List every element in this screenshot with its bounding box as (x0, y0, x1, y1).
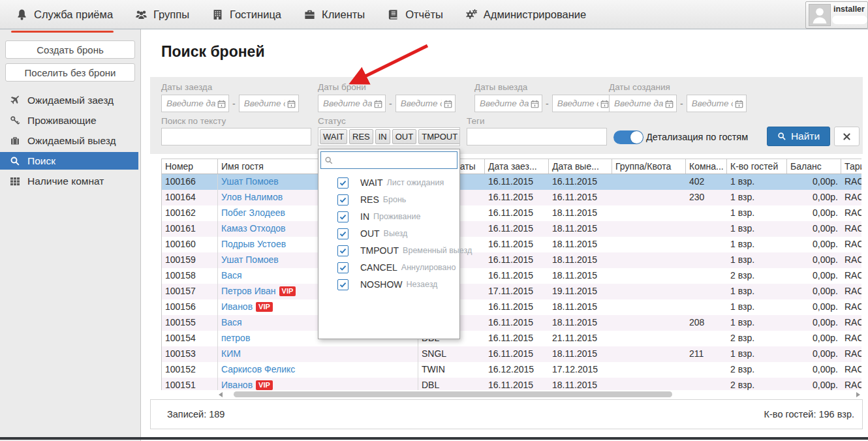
column-header-tariff[interactable]: Тариф (841, 159, 861, 174)
table-row[interactable]: 100161Камаз Отходов16.11.201518.11.20151… (162, 221, 861, 237)
table-row[interactable]: 100160Подрыв Устоев16.11.201518.11.20151… (162, 237, 861, 252)
column-header-guest-count[interactable]: К-во гостей (727, 159, 787, 174)
guest-link[interactable]: Камаз Отходов (221, 223, 286, 234)
date-from-input[interactable]: Введите дату (474, 95, 542, 112)
scroll-left-arrow[interactable] (219, 392, 223, 397)
guest-link[interactable]: Улов Налимов (221, 192, 283, 202)
toggle-knob (630, 131, 643, 144)
status-chip-res[interactable]: RES (349, 129, 373, 144)
scrollbar-thumb[interactable] (234, 391, 672, 397)
checkbox-checked[interactable] (337, 194, 349, 205)
guest-link[interactable]: Ушат Помоев (221, 176, 279, 187)
tab-reports[interactable]: Отчёты (387, 8, 443, 21)
cell-departure-date: 18.11.2015 (549, 378, 612, 390)
guest-link[interactable]: Ушат Помоев (221, 254, 279, 265)
table-row[interactable]: 100166Ушат Помоев16.11.201516.11.2015402… (162, 174, 861, 190)
status-option-tmpout[interactable]: TMPOUTВременный выезд (318, 242, 459, 259)
table-row[interactable]: 100155Вася16.11.201518.11.20152081 взр.0… (162, 315, 861, 331)
status-chip-tmpout[interactable]: TMPOUT (418, 129, 460, 144)
tags-input[interactable] (467, 128, 607, 145)
cell-group-quota (612, 284, 686, 299)
column-header-number[interactable]: Номер (162, 159, 218, 174)
table-row[interactable]: 100153КИМSNGL16.11.201518.11.20152111 вз… (162, 346, 861, 362)
date-to-input[interactable]: Введите дату (395, 95, 456, 112)
guest-link[interactable]: Вася (221, 270, 242, 281)
column-header-departure-date[interactable]: Дата вые... (549, 159, 612, 174)
status-option-out[interactable]: OUTВыезд (318, 225, 459, 242)
cell-tariff: RACK (841, 205, 861, 221)
checkbox-checked[interactable] (337, 228, 349, 239)
create-booking-button[interactable]: Создать бронь (5, 40, 135, 59)
status-option-res[interactable]: RESБронь (318, 191, 459, 208)
status-code: CANCEL (360, 262, 397, 273)
status-chip-wait[interactable]: WAIT (320, 129, 347, 144)
guest-link[interactable]: Иванов (221, 380, 253, 390)
horizontal-scrollbar[interactable] (217, 390, 861, 399)
text-search-input[interactable] (161, 128, 311, 145)
checkbox-checked[interactable] (337, 262, 349, 273)
dropdown-search-input[interactable] (333, 152, 457, 168)
guest-link[interactable]: Подрыв Устоев (221, 239, 286, 249)
status-option-wait[interactable]: WAITЛист ожидания (318, 174, 459, 191)
guest-link[interactable]: Побег Злодеев (221, 207, 285, 218)
status-option-cancel[interactable]: CANCELАннулировано (318, 259, 459, 276)
sidebar-item-residents[interactable]: Проживающие (0, 110, 140, 130)
sidebar-item-search[interactable]: Поиск (0, 152, 138, 170)
date-group-label: Даты брони (318, 82, 456, 92)
table-row[interactable]: 100151ИвановVIPDBL16.11.201518.11.20152 … (162, 378, 861, 390)
checkbox-checked[interactable] (337, 245, 349, 256)
date-to-input[interactable]: Введите дату (552, 95, 612, 112)
sidebar-item-expected-arrival[interactable]: Ожидаемый заезд (0, 90, 140, 110)
tab-reception[interactable]: Служба приёма (16, 8, 113, 21)
column-header-group-quota[interactable]: Группа/Квота (612, 159, 686, 174)
date-to-input[interactable]: Введите дату (687, 95, 747, 112)
guest-link[interactable]: петров (221, 333, 250, 343)
table-row[interactable]: 100162Побег Злодеев16.11.201518.11.20151… (162, 205, 861, 221)
table-row[interactable]: 100154петровDBL16.11.201521.11.20152 взр… (162, 331, 861, 346)
cell-balance: 0,00р. (787, 252, 841, 268)
date-from-input[interactable]: Введите дату (609, 95, 677, 112)
guest-link[interactable]: Иванов (221, 301, 253, 312)
guest-link[interactable]: Вася (221, 317, 242, 327)
table-row[interactable]: 100157Петров ИванVIP17.11.201519.11.2015… (162, 284, 861, 299)
guest-detail-toggle[interactable] (613, 130, 643, 144)
column-header-room[interactable]: Комна... (686, 159, 727, 174)
checkin-no-booking-button[interactable]: Поселить без брони (5, 63, 135, 82)
table-row[interactable]: 100159Ушат Помоев16.11.201518.11.20151 в… (162, 252, 861, 268)
tab-clients[interactable]: Клиенты (303, 8, 365, 21)
sidebar-item-expected-departure[interactable]: Ожидаемый выезд (0, 130, 140, 151)
table-row[interactable]: 100156ИвановVIP16.11.201518.11.20151 взр… (162, 299, 861, 315)
cell-guest-name: Саркисов Феликс (218, 362, 418, 378)
table-row[interactable]: 100158Вася16.11.201518.11.20152 взр.0,00… (162, 268, 861, 284)
table-row[interactable]: 100164Улов Налимов16.11.201516.11.201523… (162, 190, 861, 205)
guest-link[interactable]: Петров Иван (221, 286, 276, 296)
status-chip-out[interactable]: OUT (392, 129, 416, 144)
tab-administration[interactable]: Администрирование (465, 8, 586, 21)
sidebar-item-room-availability[interactable]: Наличие комнат (0, 171, 140, 191)
user-badge[interactable]: installer (805, 1, 868, 29)
status-multiselect[interactable]: WAITRESINOUTTMPOUTCANCEL (318, 127, 460, 146)
date-from-input[interactable]: Введите дату (161, 95, 229, 112)
date-to-input[interactable]: Введите дату (239, 95, 299, 112)
guest-link[interactable]: Саркисов Феликс (221, 364, 295, 374)
checkbox-checked[interactable] (337, 279, 349, 290)
tab-groups[interactable]: Группы (135, 8, 189, 21)
column-header-arrival-date[interactable]: Дата заез... (485, 159, 549, 174)
date-from-input[interactable]: Введите дату (318, 95, 386, 112)
clear-button[interactable] (834, 127, 860, 146)
find-button[interactable]: Найти (767, 127, 830, 146)
tab-hotel[interactable]: Гостиница (211, 8, 281, 21)
status-chip-in[interactable]: IN (375, 129, 390, 144)
status-option-in[interactable]: INПроживание (318, 208, 459, 225)
table-row[interactable]: 100152Саркисов ФеликсTWIN16.12.201517.12… (162, 362, 861, 378)
date-group-label: Даты заезда (161, 82, 299, 92)
status-option-noshow[interactable]: NOSHOWНезаезд (318, 276, 459, 293)
scroll-right-arrow[interactable] (856, 392, 860, 397)
guest-link[interactable]: КИМ (221, 348, 241, 359)
cell-balance: 0,00р. (787, 284, 841, 299)
dropdown-search[interactable] (320, 151, 457, 169)
checkbox-checked[interactable] (337, 177, 349, 189)
checkbox-checked[interactable] (337, 211, 349, 222)
sidebar-item-label: Наличие комнат (27, 175, 104, 187)
column-header-balance[interactable]: Баланс (787, 159, 841, 174)
